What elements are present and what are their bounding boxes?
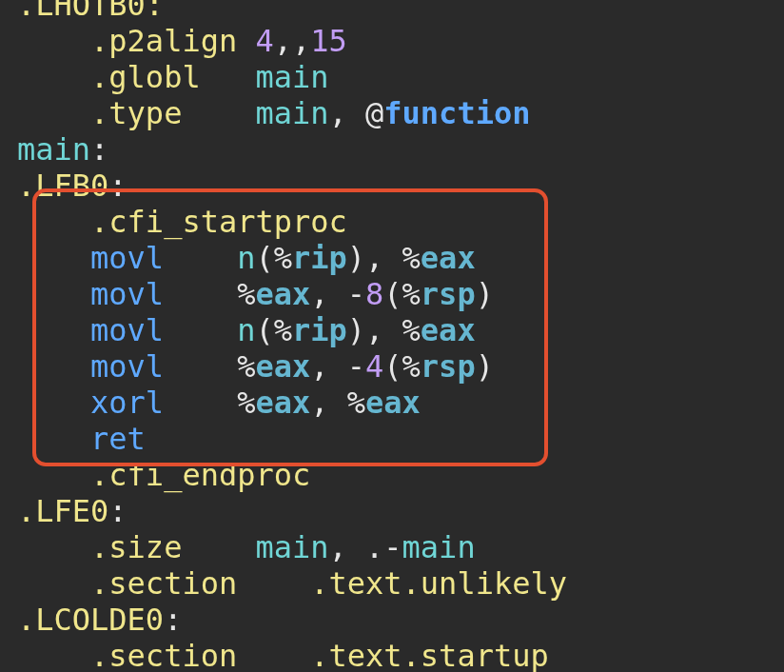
assembly-code-editor[interactable]: .LHOTB0: .p2align 4,,15 .globl main .typ… bbox=[0, 0, 784, 672]
code-dir-type: .type bbox=[90, 95, 182, 131]
code-punc: ( bbox=[383, 276, 402, 312]
code-instr-movl: movl bbox=[90, 312, 164, 348]
code-label-lfe0: .LFE0 bbox=[17, 493, 108, 529]
code-num: 4 bbox=[255, 23, 273, 59]
code-punc: , bbox=[329, 95, 366, 131]
code-punc: : bbox=[90, 131, 108, 168]
code-punc: , - bbox=[310, 348, 365, 385]
code-punc: ( bbox=[383, 348, 402, 385]
code-pct: % bbox=[274, 240, 292, 276]
code-dir-cfi-endproc: .cfi_endproc bbox=[90, 457, 310, 493]
code-punc: , .- bbox=[329, 529, 402, 565]
code-dir-cfi-startproc: .cfi_startproc bbox=[90, 204, 347, 240]
code-pct: % bbox=[237, 348, 255, 385]
code-reg-rsp: rsp bbox=[421, 348, 476, 385]
code-punc: ,, bbox=[274, 23, 311, 59]
code-dir-section: .section bbox=[90, 638, 237, 672]
code-punc: , bbox=[310, 385, 347, 421]
code-kw-function: function bbox=[383, 95, 530, 131]
code-reg-eax: eax bbox=[365, 385, 421, 421]
code-instr-ret: ret bbox=[90, 421, 146, 457]
code-sym-n: n bbox=[237, 240, 255, 276]
code-reg-rip: rip bbox=[292, 240, 347, 276]
code-punc: : bbox=[164, 602, 182, 638]
code-sym-main: main bbox=[255, 529, 328, 565]
code-pct: % bbox=[402, 312, 421, 348]
code-pct: % bbox=[402, 240, 421, 276]
code-instr-movl: movl bbox=[90, 276, 164, 312]
code-reg-eax: eax bbox=[421, 240, 476, 276]
code-punc: , - bbox=[310, 276, 365, 312]
code-num: 8 bbox=[365, 276, 383, 312]
code-num: 15 bbox=[310, 23, 347, 59]
code-punc: : bbox=[108, 168, 127, 204]
code-punc: ), bbox=[347, 312, 402, 348]
code-dir-size: .size bbox=[90, 529, 182, 565]
code-num: 4 bbox=[365, 348, 383, 385]
code-pct: % bbox=[237, 385, 255, 421]
code-punc: ( bbox=[255, 240, 273, 276]
code-section-startup: .text.startup bbox=[310, 638, 548, 672]
code-punc: @ bbox=[365, 95, 383, 131]
code-instr-movl: movl bbox=[90, 348, 164, 385]
code-instr-xorl: xorl bbox=[90, 385, 164, 421]
code-label-main: main bbox=[17, 131, 90, 168]
code-sym-main: main bbox=[402, 529, 476, 565]
code-instr-movl: movl bbox=[90, 240, 164, 276]
assembly-code: .LHOTB0: .p2align 4,,15 .globl main .typ… bbox=[17, 0, 567, 672]
code-label-lhotb0: .LHOTB0: bbox=[17, 0, 164, 23]
code-pct: % bbox=[237, 276, 255, 312]
code-reg-eax: eax bbox=[255, 348, 310, 385]
code-sym-main: main bbox=[255, 59, 328, 95]
code-punc: ( bbox=[255, 312, 273, 348]
code-punc: : bbox=[108, 493, 127, 529]
code-reg-eax: eax bbox=[421, 312, 476, 348]
code-label-lfb0: .LFB0 bbox=[17, 168, 108, 204]
code-punc: ), bbox=[347, 240, 402, 276]
code-reg-rsp: rsp bbox=[421, 276, 476, 312]
code-reg-eax: eax bbox=[255, 385, 310, 421]
code-pct: % bbox=[402, 348, 421, 385]
code-dir-section: .section bbox=[90, 565, 237, 602]
code-reg-rip: rip bbox=[292, 312, 347, 348]
code-section-unlikely: .text.unlikely bbox=[310, 565, 567, 602]
code-dir-p2align: .p2align bbox=[90, 23, 237, 59]
code-label-lcolde0: .LCOLDE0 bbox=[17, 602, 164, 638]
code-pct: % bbox=[347, 385, 365, 421]
code-punc: ) bbox=[476, 276, 494, 312]
code-sym-n: n bbox=[237, 312, 255, 348]
code-punc: ) bbox=[476, 348, 494, 385]
code-sym-main: main bbox=[255, 95, 328, 131]
code-dir-globl: .globl bbox=[90, 59, 201, 95]
code-pct: % bbox=[274, 312, 292, 348]
code-reg-eax: eax bbox=[255, 276, 310, 312]
code-pct: % bbox=[402, 276, 421, 312]
